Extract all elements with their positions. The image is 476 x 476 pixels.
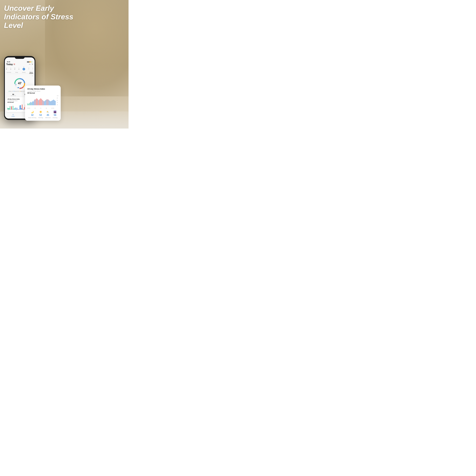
early-morning-label: Early Morning <box>28 117 36 119</box>
morning-value: 52 <box>39 114 42 116</box>
fc-time-labels: 00:0006121824:00 <box>27 107 58 109</box>
day-M[interactable]: M <box>6 68 7 69</box>
nav-insights[interactable]: ◎ Insights <box>11 114 15 117</box>
day-F[interactable]: F F <box>23 67 25 70</box>
today-action-icons: 〜 ↻ <box>29 63 33 66</box>
tab-sleep[interactable]: Sleep <box>15 71 18 74</box>
headline: Uncover Early Indicators of Stress Level <box>4 4 75 30</box>
afternoon-icon: ⛅ <box>46 111 49 113</box>
fc-chart-bars <box>27 95 58 105</box>
latest-stat: 66 Latest (20:30) <box>11 94 16 96</box>
tab-stress[interactable]: Stress <box>29 71 33 74</box>
slot-afternoon: ⛅ 45 Afternoon <box>45 111 51 119</box>
gauge-label: 🔵 Score <box>17 87 22 88</box>
slot-evening: 🌆 56 Evening <box>53 111 57 119</box>
floating-stress-card: All-day Stress Index Average All-day Str… <box>25 85 61 121</box>
headline-line1: Uncover Early <box>4 4 75 13</box>
today-title: Today 📅 <box>6 63 15 66</box>
evening-value: 56 <box>54 114 56 116</box>
tab-summary[interactable]: Summary <box>6 71 11 74</box>
stress-gauge: 47 🔵 Score <box>13 77 26 90</box>
fc-y-labels: 100 80 60 40 30 <box>57 95 58 105</box>
fc-chart: 100 80 60 40 30 <box>27 95 58 107</box>
calendar-icon: 📅 <box>13 64 15 65</box>
slot-morning: ☀️ 52 Morning <box>38 111 43 119</box>
morning-label: Morning <box>38 117 43 119</box>
evening-icon: 🌆 <box>53 111 56 113</box>
legend-medium: Medium 60–79 <box>20 91 25 92</box>
headline-line2: Indicators of Stress Level <box>4 13 75 30</box>
gauge-score: 47 <box>18 81 21 85</box>
svg-point-5 <box>15 84 16 85</box>
wifi-icon: 📶 <box>29 61 31 63</box>
fc-title: All-day Stress Index <box>27 88 58 90</box>
early-morning-icon: 🌙 <box>31 111 34 113</box>
time-slots: 🌙 32 Early Morning ☀️ 52 Morning ⛅ 45 Af… <box>27 111 58 119</box>
today-row: Today 📅 〜 ↻ <box>6 63 33 66</box>
day-T1[interactable]: T <box>10 68 11 69</box>
early-morning-value: 32 <box>31 114 34 116</box>
fc-subtitle: Average All-day Stress <box>27 90 58 92</box>
fc-value: 48 Normal <box>27 92 58 94</box>
battery-icon: 🔋 <box>31 61 33 63</box>
tab-activity[interactable]: Activity <box>22 71 26 74</box>
afternoon-value: 45 <box>47 114 49 116</box>
tabs-row: Summary Sleep Activity Stress <box>6 71 33 74</box>
insights-icon: ◎ <box>12 114 14 116</box>
days-row: M T W T F <box>6 67 33 70</box>
day-S2[interactable]: S <box>33 68 33 69</box>
status-time: 20:30 <box>7 61 10 63</box>
day-S1[interactable]: S <box>28 68 29 69</box>
refresh-icon[interactable]: ↻ <box>32 63 33 66</box>
day-T2[interactable]: T <box>18 68 19 69</box>
signal-icon: ▐▐▐ <box>27 61 29 63</box>
status-icons: ▐▐▐ 📶 🔋 <box>27 61 33 63</box>
afternoon-label: Afternoon <box>45 117 51 119</box>
activity-icon[interactable]: 〜 <box>29 63 31 66</box>
info-icon[interactable]: ⓘ <box>32 75 33 77</box>
legend-relax: Relax 1–29 <box>9 91 13 92</box>
day-W[interactable]: W <box>15 68 16 69</box>
legend-normal: Normal 30–59 <box>14 91 19 92</box>
phone-notch <box>15 56 25 59</box>
evening-label: Evening <box>53 117 57 119</box>
morning-icon: ☀️ <box>39 111 42 113</box>
slot-early-morning: 🌙 32 Early Morning <box>28 111 36 119</box>
